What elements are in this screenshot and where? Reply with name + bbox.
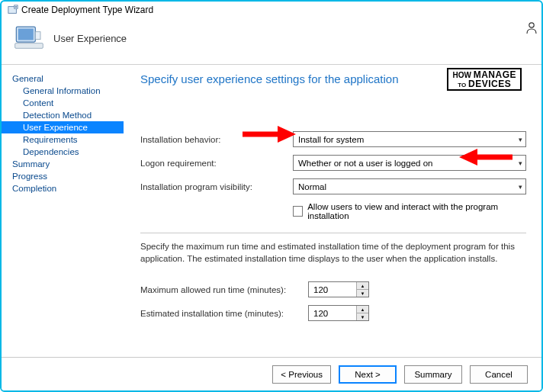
watermark-logo: HOW MANAGE TO DEVICES (447, 68, 522, 91)
max-runtime-label: Maximum allowed run time (minutes): (140, 285, 308, 294)
spinner-down-button[interactable]: ▼ (357, 290, 368, 297)
watermark-text: TO (458, 82, 466, 88)
spinner-up-button[interactable]: ▲ (357, 306, 368, 313)
allow-interact-checkbox[interactable] (293, 206, 303, 217)
svg-point-6 (529, 23, 534, 27)
dropdown-value: Whether or not a user is logged on (298, 159, 432, 168)
computer-icon (14, 23, 44, 53)
install-behavior-dropdown[interactable]: Install for system ▾ (293, 131, 526, 147)
sidebar-item-progress[interactable]: Progress (2, 170, 124, 182)
sidebar-item-label: Detection Method (23, 111, 92, 120)
cancel-button[interactable]: Cancel (470, 365, 528, 384)
est-install-label: Estimated installation time (minutes): (140, 309, 308, 318)
sidebar-item-completion[interactable]: Completion (2, 182, 124, 194)
dropdown-value: Normal (298, 182, 326, 191)
sidebar-item-label: Content (23, 98, 53, 108)
header-title: User Experience (53, 33, 127, 44)
logon-requirement-label: Logon requirement: (140, 159, 293, 168)
sidebar-item-label: Progress (12, 172, 47, 181)
button-label: < Previous (281, 370, 323, 379)
button-label: Next > (355, 370, 381, 379)
wizard-steps-nav: General General Information Content Dete… (2, 65, 124, 364)
sidebar-item-summary[interactable]: Summary (2, 158, 124, 170)
visibility-label: Installation program visibility: (140, 182, 293, 191)
button-label: Summary (414, 370, 451, 379)
window-title: Create Deployment Type Wizard (21, 5, 153, 15)
svg-rect-5 (35, 32, 40, 40)
sidebar-item-label: General Information (23, 86, 101, 95)
max-runtime-input[interactable] (309, 282, 356, 297)
wizard-header: User Experience (2, 18, 541, 65)
spinner-down-button[interactable]: ▼ (357, 313, 368, 320)
dropdown-value: Install for system (298, 135, 364, 144)
spinner-up-button[interactable]: ▲ (357, 282, 368, 290)
wizard-footer: < Previous Next > Summary Cancel (2, 357, 541, 390)
sidebar-item-requirements[interactable]: Requirements (2, 133, 124, 146)
sidebar-item-label: Summary (12, 159, 50, 169)
svg-rect-4 (15, 43, 43, 49)
install-behavior-label: Installation behavior: (140, 135, 293, 144)
sidebar-item-user-experience[interactable]: User Experience (2, 121, 124, 133)
wizard-icon (8, 5, 18, 15)
divider (140, 233, 526, 233)
svg-rect-3 (18, 29, 34, 40)
previous-button[interactable]: < Previous (272, 365, 331, 384)
sidebar-item-detection[interactable]: Detection Method (2, 109, 124, 121)
runtime-description: Specify the maximum run time and estimat… (140, 241, 526, 265)
watermark-text: DEVICES (468, 79, 511, 89)
sidebar-item-label: Dependencies (23, 147, 79, 156)
sidebar-item-general-info[interactable]: General Information (2, 85, 124, 97)
sidebar-item-label: Requirements (23, 135, 78, 144)
visibility-dropdown[interactable]: Normal ▾ (293, 178, 526, 194)
chevron-down-icon: ▾ (519, 159, 522, 167)
user-glyph-icon (526, 21, 537, 36)
sidebar-item-label: Completion (12, 184, 56, 193)
est-install-input[interactable] (309, 306, 356, 320)
sidebar-item-general[interactable]: General (2, 72, 124, 85)
sidebar-item-label: General (12, 74, 43, 83)
titlebar: Create Deployment Type Wizard (2, 2, 541, 18)
next-button[interactable]: Next > (339, 365, 397, 384)
button-label: Cancel (485, 370, 512, 379)
chevron-down-icon: ▾ (519, 136, 522, 143)
chevron-down-icon: ▾ (519, 183, 522, 191)
logon-requirement-dropdown[interactable]: Whether or not a user is logged on ▾ (293, 155, 526, 171)
wizard-page: Specify user experience settings for the… (124, 65, 541, 364)
summary-button[interactable]: Summary (404, 365, 462, 384)
sidebar-item-dependencies[interactable]: Dependencies (2, 146, 124, 158)
sidebar-item-content[interactable]: Content (2, 97, 124, 109)
sidebar-item-label: User Experience (23, 123, 88, 132)
est-install-spinner[interactable]: ▲ ▼ (308, 305, 369, 321)
allow-interact-label: Allow users to view and interact with th… (307, 202, 526, 220)
max-runtime-spinner[interactable]: ▲ ▼ (308, 281, 369, 297)
